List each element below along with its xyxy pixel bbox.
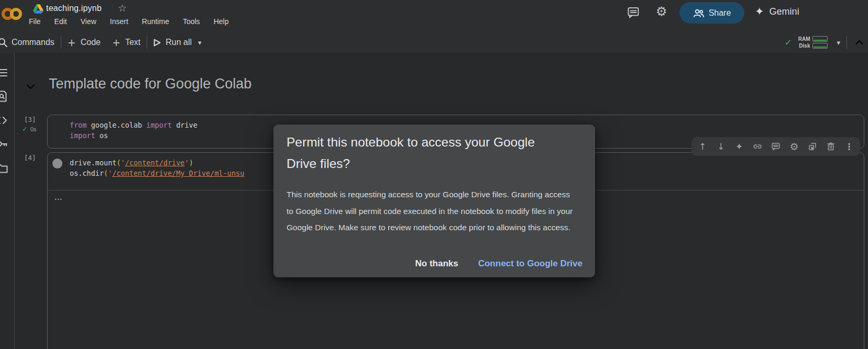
play-icon — [153, 39, 161, 47]
section-heading: Template code for Google Colab — [49, 76, 251, 92]
menu-help[interactable]: Help — [214, 17, 229, 26]
gemini-label: Gemini — [770, 6, 799, 17]
move-cell-down-icon[interactable]: ↓ — [715, 141, 727, 152]
gemini-sparkle-icon: ✦ — [755, 5, 764, 18]
collapse-header-button[interactable] — [855, 40, 863, 45]
menubar: File Edit View Insert Runtime Tools Help — [29, 17, 228, 26]
run-all-label: Run all — [166, 38, 192, 47]
cell1-status: ✓ 0s — [22, 125, 37, 133]
more-actions-icon[interactable]: ⋮ — [843, 141, 855, 152]
commands-label: Commands — [12, 38, 54, 47]
secrets-key-icon[interactable] — [0, 138, 9, 151]
plus-icon: + — [68, 37, 76, 48]
cell-success-check-icon: ✓ — [22, 125, 28, 133]
share-label: Share — [709, 8, 731, 18]
menu-tools[interactable]: Tools — [183, 17, 200, 26]
cell2-run-spinner[interactable] — [52, 159, 62, 168]
copy-link-to-cell-icon[interactable] — [752, 141, 763, 152]
notebook-title[interactable]: teaching.ipynb — [46, 4, 102, 13]
open-in-tab-icon[interactable] — [807, 141, 818, 152]
cell2-output-placeholder: ... — [54, 193, 63, 201]
add-code-button[interactable]: + Code — [68, 37, 101, 48]
run-all-button[interactable]: Run all — [153, 38, 192, 47]
dialog-body-text: This notebook is requesting access to yo… — [287, 186, 576, 236]
add-text-label: Text — [125, 38, 140, 47]
dialog-actions: No thanks Connect to Google Drive — [415, 258, 583, 269]
section-collapse-chevron-icon[interactable] — [26, 84, 35, 89]
resources-caret-icon[interactable]: ▾ — [837, 39, 840, 47]
cell2-execution-count[interactable]: [4] — [24, 154, 36, 162]
menu-runtime[interactable]: Runtime — [142, 17, 169, 26]
gemini-sparkle-icon[interactable]: ✦ — [733, 141, 745, 152]
disk-usage-bar — [812, 43, 828, 49]
share-button[interactable]: Share — [679, 2, 744, 24]
add-text-button[interactable]: + Text — [112, 37, 140, 48]
find-in-notebook-icon[interactable] — [0, 90, 9, 104]
cell1-execution-count[interactable]: [3] — [24, 116, 36, 123]
no-thanks-button[interactable]: No thanks — [415, 258, 458, 269]
ram-label: RAM — [798, 36, 810, 42]
notebook-toolbar: Commands + Code + Text Run all ▾ ✓ RAM — [0, 31, 868, 54]
add-code-label: Code — [81, 38, 101, 47]
menu-file[interactable]: File — [29, 17, 41, 26]
app-header: teaching.ipynb ☆ File Edit View Insert R… — [0, 0, 868, 31]
add-comment-icon[interactable] — [770, 141, 782, 152]
drive-permission-dialog: Permit this notebook to access your Goog… — [273, 125, 595, 277]
table-of-contents-icon[interactable] — [0, 66, 9, 80]
menu-edit[interactable]: Edit — [54, 17, 67, 26]
runtime-connected-check-icon: ✓ — [784, 37, 792, 48]
divider — [147, 36, 147, 49]
comments-icon[interactable] — [627, 6, 640, 19]
colab-logo-icon[interactable] — [2, 7, 26, 20]
divider — [61, 36, 61, 49]
commands-button[interactable]: Commands — [0, 37, 54, 48]
people-icon — [693, 8, 705, 18]
menu-view[interactable]: View — [81, 17, 96, 26]
dialog-title: Permit this notebook to access your Goog… — [287, 131, 548, 174]
plus-icon: + — [112, 37, 120, 48]
cell-settings-gear-icon[interactable]: ⚙ — [788, 141, 800, 152]
colab-logo-right-ring — [10, 8, 22, 20]
move-cell-up-icon[interactable]: ↑ — [697, 141, 708, 152]
cell1-code-editor[interactable]: from google.colab import driveimport os — [70, 120, 197, 141]
resource-monitor[interactable]: RAM Disk — [798, 36, 828, 49]
google-drive-icon — [33, 4, 43, 14]
disk-label: Disk — [799, 43, 810, 49]
cell-toolbar: ↑ ↓ ✦ ⚙ ⋮ — [691, 137, 860, 156]
ram-usage-bar — [812, 36, 828, 42]
code-snippets-icon[interactable] — [0, 114, 9, 128]
delete-cell-trash-icon[interactable] — [825, 141, 837, 152]
settings-gear-icon[interactable]: ⚙ — [656, 4, 667, 19]
files-folder-icon[interactable] — [0, 162, 9, 176]
cell2-code-editor[interactable]: drive.mount('/content/drive')os.chdir('/… — [70, 157, 244, 178]
gemini-button[interactable]: ✦ Gemini — [755, 5, 799, 18]
connect-to-google-drive-button[interactable]: Connect to Google Drive — [478, 258, 583, 269]
run-all-caret-icon[interactable]: ▾ — [198, 39, 202, 47]
divider — [847, 36, 847, 49]
cell1-exec-time: 0s — [30, 126, 37, 132]
menu-insert[interactable]: Insert — [110, 17, 128, 26]
search-icon — [0, 37, 8, 48]
left-sidebar — [0, 53, 15, 349]
star-icon[interactable]: ☆ — [118, 2, 127, 14]
